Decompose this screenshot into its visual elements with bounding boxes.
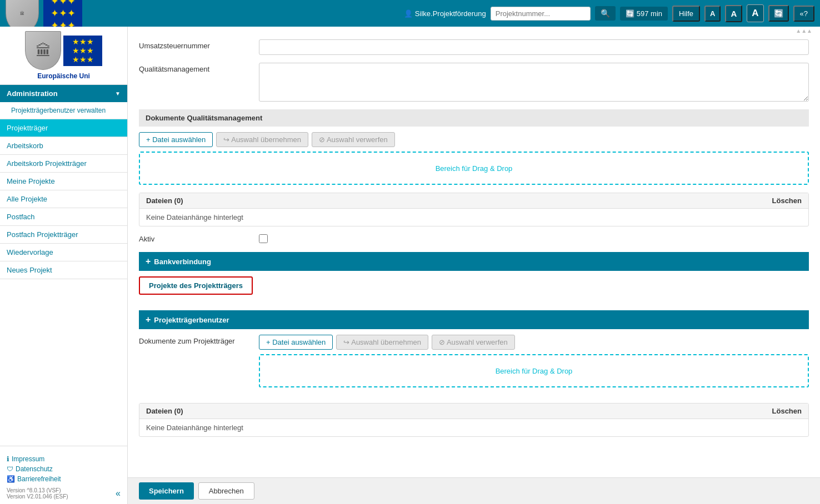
dokumente-qualitaetsmanagement-section: Dokumente Qualitätsmanagement + Datei au…	[139, 109, 809, 226]
dokumente-projekttraeger-label: Dokumente zum Projektträger	[139, 335, 250, 345]
bankverbindung-plus-icon: +	[146, 256, 151, 266]
bankverbindung-header[interactable]: + Bankverbindung	[139, 252, 809, 271]
files-table-pt: Dateien (0) Löschen Keine Dateianhänge h…	[139, 403, 809, 437]
aktiv-row: Aktiv	[139, 234, 809, 243]
scroll-indicator-top: ▲▲▲	[128, 27, 820, 34]
barrierefreiheit-link[interactable]: ♿ Barrierefreiheit	[7, 475, 121, 483]
sidebar-bavaria-logo: 🏛	[25, 31, 61, 70]
sidebar-toggle-button[interactable]: «	[116, 488, 121, 498]
user-icon: 👤	[404, 9, 413, 18]
auswahl-verwerfen-qm-button: ⊘ Auswahl verwerfen	[312, 132, 395, 147]
sidebar-item-arbeitskorb[interactable]: Arbeitskorb	[0, 137, 127, 155]
sidebar-item-wiedervorlage[interactable]: Wiedervorlage	[0, 244, 127, 261]
info-icon: ℹ	[7, 455, 9, 463]
auswahl-verwerfen-pt-button: ⊘ Auswahl verwerfen	[432, 335, 515, 350]
files-table-qm: Dateien (0) Löschen Keine Dateianhänge h…	[139, 193, 809, 226]
projekttraegerbenutzer-section: + Projektträgerbenutzer	[139, 310, 809, 329]
umsatzsteuernummer-row: Umsatzsteuernummer	[139, 39, 809, 55]
sidebar-footer-bottom: Version ^8.0.13 (VSF) Version V2.01.046 …	[7, 487, 121, 500]
eu-logo: ✦✦✦✦✦✦✦✦✦	[43, 0, 82, 29]
speichern-button[interactable]: Speichern	[139, 482, 194, 500]
version-info: Version ^8.0.13 (VSF) Version V2.01.046 …	[7, 487, 68, 500]
auswahl-uebernehmen-qm-button: ↪ Auswahl übernehmen	[216, 132, 308, 147]
datenschutz-link[interactable]: 🛡 Datenschutz	[7, 465, 121, 473]
umsatzsteuernummer-input[interactable]	[259, 39, 809, 55]
drag-drop-qm-area[interactable]: Bereich für Drag & Drop	[139, 152, 809, 185]
topbar-refresh-button[interactable]: 🔄	[768, 5, 789, 22]
qualitaetsmanagement-textarea[interactable]	[259, 63, 809, 102]
content-inner: Umsatzsteuernummer Qualitätsmanagement D…	[128, 34, 820, 450]
file-buttons-qm: + Datei auswählen ↪ Auswahl übernehmen ⊘…	[139, 132, 809, 147]
sidebar-eu-logo: ★★★★★★★★★	[63, 36, 102, 66]
topbar: 🏛 ✦✦✦✦✦✦✦✦✦ 👤 Silke.Projektförderung 🔍 🔄…	[0, 0, 820, 27]
timer-display: 🔄 597 min	[620, 7, 668, 21]
sidebar-item-projekttraeger[interactable]: Projektträger	[0, 119, 127, 137]
datei-auswaehlen-qm-button[interactable]: + Datei auswählen	[139, 132, 213, 147]
qualitaetsmanagement-label: Qualitätsmanagement	[139, 63, 250, 73]
accessibility-icon: ♿	[7, 475, 15, 483]
topbar-collapse-button[interactable]: «?	[793, 6, 814, 22]
sidebar-logos: 🏛 ★★★★★★★★★	[25, 31, 102, 70]
datei-auswaehlen-pt-button[interactable]: + Datei auswählen	[259, 335, 333, 350]
file-buttons-pt: + Datei auswählen ↪ Auswahl übernehmen ⊘…	[259, 335, 809, 350]
bankverbindung-section: + Bankverbindung	[139, 252, 809, 271]
sidebar-logo-area: 🏛 ★★★★★★★★★ Europäische Uni	[0, 27, 127, 85]
files-table-pt-body: Keine Dateianhänge hinterlegt	[139, 419, 808, 436]
projekttraegerbenutzer-header[interactable]: + Projektträgerbenutzer	[139, 310, 809, 329]
refresh-icon: 🔄	[626, 9, 634, 18]
abbrechen-button[interactable]: Abbrechen	[198, 482, 254, 500]
font-large-button[interactable]: A	[747, 4, 763, 22]
projekttraegerbenutzer-plus-icon: +	[146, 315, 151, 325]
bottom-bar: Speichern Abbrechen	[128, 477, 820, 504]
sidebar: 🏛 ★★★★★★★★★ Europäische Uni Administrati…	[0, 27, 128, 504]
dokumente-projekttraeger-controls: + Datei auswählen ↪ Auswahl übernehmen ⊘…	[259, 335, 809, 395]
nav-administration-header[interactable]: Administration ▼	[0, 85, 127, 102]
project-number-input[interactable]	[491, 7, 591, 21]
font-small-button[interactable]: A	[704, 6, 721, 22]
dokumente-qm-header: Dokumente Qualitätsmanagement	[139, 109, 809, 127]
sidebar-item-postfach-projekttraeger[interactable]: Postfach Projektträger	[0, 226, 127, 244]
sidebar-item-projekttraegerbenutzer[interactable]: Projektträgerbenutzer verwalten	[0, 102, 127, 119]
impressum-link[interactable]: ℹ Impressum	[7, 455, 121, 463]
nav-admin-arrow: ▼	[115, 90, 121, 97]
drag-drop-pt-area[interactable]: Bereich für Drag & Drop	[259, 354, 809, 387]
files-table-pt-header: Dateien (0) Löschen	[139, 404, 808, 419]
projekte-projekttraeger-button[interactable]: Projekte des Projektträgers	[139, 276, 253, 295]
umsatzsteuernummer-label: Umsatzsteuernummer	[139, 39, 250, 50]
sidebar-eu-stars: ★★★★★★★★★	[72, 37, 94, 64]
sidebar-item-postfach[interactable]: Postfach	[0, 208, 127, 226]
hilfe-button[interactable]: Hilfe	[672, 6, 700, 22]
aktiv-checkbox[interactable]	[259, 234, 268, 243]
sidebar-nav: Administration ▼ Projektträgerbenutzer v…	[0, 85, 127, 446]
qualitaetsmanagement-row: Qualitätsmanagement	[139, 63, 809, 102]
projekte-btn-wrapper: Projekte des Projektträgers	[139, 276, 809, 303]
sidebar-footer: ℹ Impressum 🛡 Datenschutz ♿ Barrierefrei…	[0, 446, 127, 504]
topbar-user: 👤 Silke.Projektförderung	[404, 9, 486, 18]
font-medium-button[interactable]: A	[725, 5, 742, 22]
sidebar-subtitle: Europäische Uni	[37, 72, 90, 80]
dokumente-projekttraeger-row: Dokumente zum Projektträger + Datei ausw…	[139, 335, 809, 395]
sidebar-item-meine-projekte[interactable]: Meine Projekte	[0, 173, 127, 190]
sidebar-item-arbeitskorb-projekttraeger[interactable]: Arbeitskorb Projektträger	[0, 155, 127, 173]
auswahl-uebernehmen-pt-button: ↪ Auswahl übernehmen	[336, 335, 428, 350]
files-table-qm-body: Keine Dateianhänge hinterlegt	[139, 209, 808, 226]
search-button[interactable]: 🔍	[595, 6, 616, 21]
files-table-qm-header: Dateien (0) Löschen	[139, 193, 808, 209]
content-area: ▲▲▲ Umsatzsteuernummer Qualitätsmanageme…	[128, 27, 820, 477]
aktiv-label: Aktiv	[139, 235, 250, 243]
sidebar-item-alle-projekte[interactable]: Alle Projekte	[0, 190, 127, 208]
sidebar-item-neues-projekt[interactable]: Neues Projekt	[0, 261, 127, 279]
sidebar-footer-links: ℹ Impressum 🛡 Datenschutz ♿ Barrierefrei…	[7, 455, 121, 483]
shield-icon: 🛡	[7, 465, 13, 473]
